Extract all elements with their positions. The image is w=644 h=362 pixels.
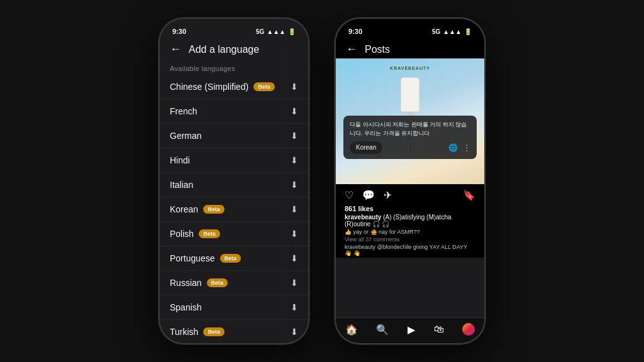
nav-bar-2: ← Posts: [336, 38, 484, 58]
translated-text: 다들 아시다시피 저희는 판매를 거의 하지 않습니다. 우리는 가격을 유지합…: [350, 121, 470, 138]
list-item[interactable]: KoreanBeta⬇: [160, 197, 308, 222]
page-title-2: Posts: [365, 44, 390, 55]
comment-line: 👍 yay or 🙅 nay for ASMR??: [345, 229, 475, 235]
section-label-1: Available languages: [160, 61, 308, 75]
language-name: Spanish: [170, 302, 202, 312]
language-name: Korean: [170, 204, 198, 214]
download-icon[interactable]: ⬇: [291, 327, 298, 337]
beta-badge: Beta: [207, 278, 228, 287]
bottom-nav: 🏠 🔍 ▶ 🛍: [336, 317, 484, 343]
language-name: Hindi: [170, 155, 190, 165]
username[interactable]: kravebeauty: [345, 214, 381, 221]
likes-count: 861 likes: [345, 205, 475, 212]
signal-label-1: 5G: [256, 28, 264, 35]
main-container: 9:30 5G ▲▲▲ 🔋 ← Add a language Available…: [0, 0, 644, 362]
list-item[interactable]: Italian⬇: [160, 173, 308, 197]
status-time-1: 9:30: [172, 28, 186, 35]
list-item[interactable]: TurkishBeta⬇: [160, 320, 308, 343]
back-button-1[interactable]: ←: [170, 43, 181, 56]
post-image: KRAVEBEAUTY 다들 아시다시피 저희는 판매를 거의 하지 않습니다.…: [336, 58, 484, 184]
translate-icon[interactable]: 🌐: [448, 143, 458, 153]
download-icon[interactable]: ⬇: [291, 131, 298, 141]
phone-2: 9:30 5G ▲▲▲ 🔋 ← Posts KRAVEBEAUTY: [335, 18, 486, 344]
comment-icon[interactable]: 💬: [362, 189, 375, 201]
battery-icon-2: 🔋: [464, 28, 472, 35]
post-actions: ♡ 💬 ✈ 🔖: [336, 184, 484, 204]
post-user-line: kravebeauty (A) (S)atisfying (M)atcha (R…: [345, 214, 475, 228]
phone2-screen: 9:30 5G ▲▲▲ 🔋 ← Posts KRAVEBEAUTY: [336, 19, 484, 343]
language-list: Chinese (Simplified)Beta⬇French⬇German⬇H…: [160, 75, 308, 343]
list-item[interactable]: RussianBeta⬇: [160, 271, 308, 295]
bookmark-icon[interactable]: 🔖: [463, 189, 475, 201]
language-name: Portuguese: [170, 253, 215, 263]
lang-pill[interactable]: Korean: [350, 141, 382, 154]
list-item[interactable]: PolishBeta⬇: [160, 222, 308, 246]
list-item[interactable]: Spanish⬇: [160, 295, 308, 320]
signal-icon-1: ▲▲▲: [267, 28, 286, 35]
beta-badge: Beta: [220, 254, 242, 263]
beta-badge: Beta: [199, 229, 220, 238]
beta-badge: Beta: [203, 205, 225, 214]
download-icon[interactable]: ⬇: [291, 155, 298, 165]
language-name: Italian: [170, 180, 193, 190]
more-options-icon[interactable]: ⋮: [463, 143, 470, 153]
list-item[interactable]: French⬇: [160, 99, 308, 124]
view-comments[interactable]: View all 37 comments: [345, 236, 475, 243]
search-icon[interactable]: 🔍: [376, 323, 389, 336]
download-icon[interactable]: ⬇: [291, 253, 298, 263]
download-icon[interactable]: ⬇: [291, 180, 298, 190]
download-icon[interactable]: ⬇: [291, 106, 298, 116]
download-icon[interactable]: ⬇: [291, 204, 298, 214]
phone1-screen: 9:30 5G ▲▲▲ 🔋 ← Add a language Available…: [160, 19, 308, 343]
download-icon[interactable]: ⬇: [291, 82, 298, 92]
status-bar-1: 9:30 5G ▲▲▲ 🔋: [160, 19, 308, 38]
shop-icon[interactable]: 🛍: [434, 323, 444, 336]
download-icon[interactable]: ⬇: [291, 229, 298, 239]
language-name: German: [170, 131, 202, 141]
language-name: Russian: [170, 278, 202, 288]
language-name: Turkish: [170, 327, 198, 337]
signal-icon-2: ▲▲▲: [443, 28, 462, 35]
beta-badge: Beta: [203, 327, 225, 336]
lang-icons: 🌐 ⋮: [448, 143, 470, 153]
list-item[interactable]: German⬇: [160, 124, 308, 148]
caption-overlay: 다들 아시다시피 저희는 판매를 거의 하지 않습니다. 우리는 가격을 유지합…: [343, 116, 477, 159]
share-icon[interactable]: ✈: [384, 189, 392, 201]
battery-icon-1: 🔋: [288, 28, 296, 35]
nav-bar-1: ← Add a language: [160, 38, 308, 61]
phone-1: 9:30 5G ▲▲▲ 🔋 ← Add a language Available…: [158, 18, 309, 344]
comment2-line: kravebeauty @blondechile giving YAY ALL …: [345, 244, 475, 256]
language-selector: Korean 🌐 ⋮: [350, 141, 470, 154]
list-item[interactable]: Hindi⬇: [160, 148, 308, 173]
beta-badge: Beta: [253, 82, 275, 91]
like-icon[interactable]: ♡: [345, 189, 353, 201]
signal-label-2: 5G: [432, 28, 440, 35]
back-button-2[interactable]: ←: [346, 43, 357, 56]
status-bar-2: 9:30 5G ▲▲▲ 🔋: [336, 19, 484, 38]
download-icon[interactable]: ⬇: [291, 278, 298, 288]
download-icon[interactable]: ⬇: [291, 302, 298, 312]
brand-overlay: KRAVEBEAUTY: [390, 66, 430, 70]
language-name: Polish: [170, 229, 194, 239]
language-name: Chinese (Simplified): [170, 82, 248, 92]
action-left: ♡ 💬 ✈: [345, 189, 392, 201]
home-icon[interactable]: 🏠: [345, 323, 358, 336]
reels-icon[interactable]: ▶: [408, 323, 415, 336]
list-item[interactable]: Chinese (Simplified)Beta⬇: [160, 75, 308, 99]
page-title-1: Add a language: [189, 44, 259, 55]
status-time-2: 9:30: [348, 28, 362, 35]
language-name: French: [170, 106, 197, 116]
profile-icon[interactable]: [462, 323, 475, 336]
post-info: 861 likes kravebeauty (A) (S)atisfying (…: [336, 204, 484, 258]
list-item[interactable]: PortugueseBeta⬇: [160, 246, 308, 271]
